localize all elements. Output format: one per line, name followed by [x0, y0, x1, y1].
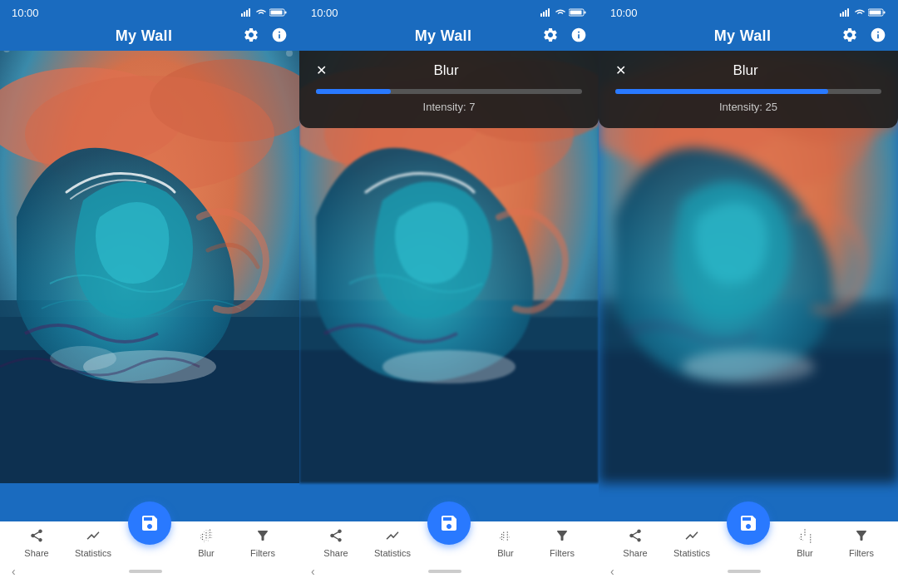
phone-screen-2: 10:00 — [299, 0, 599, 588]
info-icon-2 — [570, 27, 587, 43]
battery-icon-2 — [569, 8, 587, 17]
blur-label-2: Blur — [497, 548, 514, 558]
blur-icon-3 — [797, 528, 812, 546]
app-title-2: My Wall — [415, 27, 471, 45]
info-icon-3 — [870, 27, 886, 43]
svg-rect-34 — [884, 12, 886, 14]
bottom-nav: Share Statistics — [0, 521, 299, 588]
nav-blur[interactable]: Blur — [183, 528, 229, 558]
battery-icon — [269, 8, 288, 17]
settings-button[interactable] — [243, 27, 259, 46]
nav-statistics-3[interactable]: Statistics — [669, 528, 715, 558]
nav-statistics[interactable]: Statistics — [70, 528, 116, 558]
save-center-button-3[interactable] — [727, 502, 770, 545]
screen-container: 10:00 — [0, 0, 299, 588]
svg-point-14 — [50, 346, 116, 371]
blur-intensity-label: Intensity: 7 — [316, 101, 582, 113]
share-svg — [29, 528, 44, 543]
bottom-nav-2: Share Statistics — [299, 521, 599, 588]
save-center-button[interactable] — [128, 502, 171, 545]
wifi-icon-3 — [855, 8, 865, 17]
status-icons-2 — [540, 8, 587, 17]
blur-slider-fill-3 — [615, 89, 828, 94]
blur-slider-track[interactable] — [316, 89, 582, 94]
phone-screen-1: 10:00 — [0, 0, 299, 588]
info-button-3[interactable] — [870, 27, 886, 46]
share-icon — [29, 528, 44, 546]
nav-blur-2[interactable]: Blur — [482, 528, 529, 558]
nav-share[interactable]: Share — [13, 528, 60, 558]
blur-icon-2 — [498, 528, 513, 546]
statistics-label: Statistics — [75, 548, 111, 558]
blur-popup-3: ✕ Blur Intensity: 25 — [599, 51, 898, 128]
signal-icon-3 — [840, 8, 851, 17]
svg-rect-18 — [548, 8, 550, 17]
back-arrow-2[interactable]: ‹ — [311, 565, 315, 578]
nav-share-2[interactable]: Share — [313, 528, 359, 558]
nav-blur-3[interactable]: Blur — [782, 528, 828, 558]
save-center-button-2[interactable] — [427, 502, 471, 545]
save-icon-2 — [439, 513, 459, 533]
top-bar-icons — [243, 27, 288, 46]
info-button-2[interactable] — [570, 27, 587, 46]
share-icon-3 — [628, 528, 643, 546]
back-arrow[interactable]: ‹ — [12, 565, 16, 578]
info-button[interactable] — [271, 27, 288, 46]
status-time-2: 10:00 — [311, 7, 338, 19]
wallpaper-area-3: ✕ Blur Intensity: 25 — [599, 51, 898, 521]
status-time: 10:00 — [12, 7, 39, 19]
top-bar-icons-2 — [542, 27, 587, 46]
blur-icon — [199, 528, 214, 546]
signal-icon-2 — [540, 8, 552, 17]
status-time-3: 10:00 — [610, 7, 638, 19]
top-bar: My Wall — [0, 23, 299, 51]
signal-icon — [241, 8, 253, 17]
home-bar — [129, 570, 162, 573]
home-bar-3 — [728, 570, 761, 573]
wifi-icon-2 — [555, 8, 565, 17]
blur-popup: ✕ Blur Intensity: 7 — [299, 51, 599, 128]
wave-painting — [0, 51, 299, 483]
gear-icon-3 — [841, 27, 858, 43]
status-bar-2: 10:00 — [299, 0, 599, 23]
nav-statistics-2[interactable]: Statistics — [369, 528, 416, 558]
statistics-icon-3 — [684, 528, 699, 546]
nav-share-3[interactable]: Share — [612, 528, 659, 558]
svg-rect-1 — [244, 12, 245, 17]
gear-icon-2 — [542, 27, 559, 43]
share-icon-2 — [328, 528, 343, 546]
status-bar: 10:00 — [0, 0, 299, 23]
statistics-label-3: Statistics — [674, 548, 710, 558]
screen-container-2: 10:00 — [299, 0, 599, 588]
info-icon — [271, 27, 288, 43]
svg-rect-31 — [845, 10, 846, 17]
top-bar-icons-3 — [841, 27, 886, 46]
status-icons — [241, 8, 288, 17]
blur-popup-title-3: Blur — [633, 62, 858, 79]
svg-rect-5 — [285, 12, 287, 14]
blur-popup-header: ✕ Blur — [316, 62, 582, 79]
blur-close-button-3[interactable]: ✕ — [615, 64, 626, 77]
stats-svg — [86, 528, 101, 543]
svg-rect-35 — [870, 11, 881, 15]
filters-label: Filters — [250, 548, 275, 558]
nav-filters-3[interactable]: Filters — [838, 528, 885, 558]
share-label-2: Share — [323, 548, 348, 558]
blur-slider-track-3[interactable] — [615, 89, 881, 94]
app-title-3: My Wall — [714, 27, 771, 45]
settings-button-3[interactable] — [841, 27, 858, 46]
back-arrow-3[interactable]: ‹ — [610, 565, 614, 578]
blur-label-3: Blur — [797, 548, 813, 558]
nav-filters[interactable]: Filters — [239, 528, 286, 558]
blur-close-button[interactable]: ✕ — [316, 64, 327, 77]
wifi-icon — [256, 8, 266, 17]
settings-button-2[interactable] — [542, 27, 559, 46]
wallpaper-area — [0, 51, 299, 521]
blur-label: Blur — [198, 548, 215, 558]
svg-rect-32 — [847, 8, 849, 17]
svg-rect-6 — [271, 11, 283, 15]
home-bar-2 — [428, 570, 461, 573]
svg-rect-20 — [585, 12, 586, 14]
nav-filters-2[interactable]: Filters — [539, 528, 585, 558]
filters-label-2: Filters — [550, 548, 575, 558]
